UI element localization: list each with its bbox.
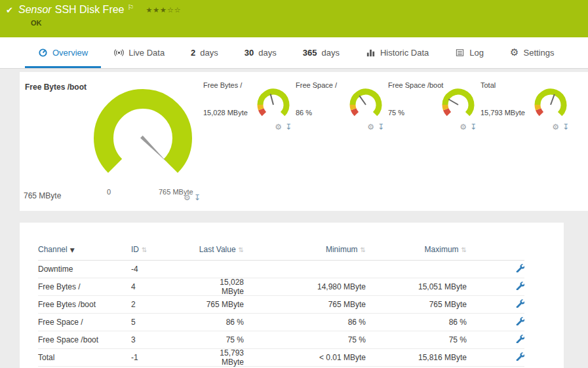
cell-channel: Total (38, 353, 131, 362)
gauge-settings-icon[interactable]: ⚙ (552, 123, 559, 131)
gear-icon: ⚙ (510, 48, 519, 58)
cell-last-value: 15,793 MByte (198, 348, 244, 367)
cell-channel: Downtime (38, 265, 131, 274)
column-header-id[interactable]: ID⇅ (131, 245, 198, 254)
small-gauge: Free Bytes / 15,028 MByte ⚙ ↧ (203, 80, 296, 142)
gauge-title: Free Bytes / (203, 81, 242, 89)
gauge-download-icon[interactable]: ↧ (378, 123, 384, 131)
tab-label: days (321, 48, 339, 58)
gauge-download-icon[interactable]: ↧ (285, 123, 292, 131)
status-badge: OK (31, 19, 42, 27)
gauge-title: Free Space /boot (388, 81, 443, 89)
gauge-dial (440, 86, 477, 123)
cell-minimum: 765 MByte (244, 300, 366, 309)
cell-id: 5 (131, 318, 198, 327)
channel-settings-icon[interactable] (516, 299, 524, 308)
tab-label: Settings (524, 48, 555, 58)
sort-icon: ⇅ (361, 246, 366, 253)
gauge-download-icon[interactable]: ↧ (194, 194, 201, 202)
small-gauge: Total 15,793 MByte ⚙ ↧ (480, 80, 573, 142)
tab-number: 365 (303, 48, 317, 58)
tab-number: 2 (191, 48, 195, 58)
tab-bar: Overview Live Data 2 days 30 days 365 da… (0, 37, 588, 69)
tab-live-data[interactable]: Live Data (101, 37, 178, 68)
channel-settings-icon[interactable] (516, 282, 524, 290)
channel-table-header: Channel▼ ID⇅ Last Value⇅ Minimum⇅ Maximu… (38, 238, 524, 261)
tab-historic-data[interactable]: Historic Data (353, 37, 442, 68)
cell-minimum: < 0.01 MByte (244, 353, 366, 362)
cell-minimum: 86 % (244, 318, 366, 327)
channel-settings-icon[interactable] (516, 352, 524, 361)
gauge-value: 15,028 MByte (203, 109, 248, 117)
bar-chart-icon (366, 48, 376, 58)
gauge-needle (359, 96, 366, 105)
column-header-last-value[interactable]: Last Value⇅ (198, 245, 244, 254)
cell-id: -4 (131, 265, 198, 274)
tab-label: Live Data (128, 48, 165, 58)
tab-label: Log (469, 48, 484, 58)
table-row: Free Space / 5 86 % 86 % 86 % (38, 314, 524, 331)
gauge-download-icon[interactable]: ↧ (562, 123, 569, 131)
flag-icon[interactable]: ⚐ (128, 3, 134, 12)
cell-minimum: 14,980 MByte (244, 282, 366, 291)
gauge-value: 15,793 MByte (480, 109, 525, 117)
column-header-minimum[interactable]: Minimum⇅ (244, 245, 366, 254)
table-row: Free Space /boot 3 75 % 75 % 75 % (38, 331, 524, 349)
cell-id: 4 (131, 282, 198, 291)
cell-id: -1 (131, 353, 198, 362)
gauge-title: Total (480, 81, 496, 89)
table-row: Free Bytes / 4 15,028 MByte 14,980 MByte… (38, 278, 524, 296)
table-row: Free Bytes /boot 2 765 MByte 765 MByte 7… (38, 296, 524, 314)
cell-id: 3 (131, 335, 198, 344)
priority-stars[interactable]: ★★★☆☆ (146, 6, 181, 14)
channel-settings-icon[interactable] (516, 335, 524, 343)
tab-2-days[interactable]: 2 days (178, 37, 231, 68)
gauge-needle (448, 100, 458, 105)
tab-label: days (200, 48, 218, 58)
gauge-settings-icon[interactable]: ⚙ (184, 194, 191, 202)
sort-icon: ⇅ (461, 246, 467, 253)
gauge-settings-icon[interactable]: ⚙ (367, 123, 374, 131)
main-gauge-needle (140, 136, 168, 163)
column-header-channel[interactable]: Channel▼ (38, 245, 131, 254)
gauge-needle (551, 94, 555, 105)
main-gauge-value: 765 MByte (24, 191, 61, 200)
overview-gauge-icon (38, 48, 48, 58)
table-row: Total -1 15,793 MByte < 0.01 MByte 15,81… (38, 349, 524, 367)
main-gauge-title: Free Bytes /boot (25, 83, 87, 92)
tab-label: Historic Data (380, 48, 429, 58)
cell-last-value: 765 MByte (198, 300, 244, 309)
cell-maximum: 86 % (366, 318, 467, 327)
tab-label: Overview (52, 48, 88, 58)
gauge-dial (255, 86, 292, 123)
cell-channel: Free Space / (38, 318, 131, 327)
channel-settings-icon[interactable] (516, 317, 524, 325)
gauge-needle (271, 94, 273, 105)
cell-channel: Free Space /boot (38, 335, 131, 344)
main-gauge-dial (87, 83, 199, 194)
small-gauge: Free Space / 86 % ⚙ ↧ (296, 80, 388, 142)
gauge-value: 75 % (388, 109, 404, 117)
gauge-settings-icon[interactable]: ⚙ (275, 123, 282, 131)
sensor-header: ✔ Sensor SSH Disk Free ⚐ ★★★☆☆ OK (0, 0, 588, 37)
tab-log[interactable]: Log (442, 37, 497, 68)
small-gauge: Free Space /boot 75 % ⚙ ↧ (388, 80, 480, 142)
cell-maximum: 15,051 MByte (366, 282, 467, 291)
tab-365-days[interactable]: 365 days (290, 37, 353, 68)
gauge-download-icon[interactable]: ↧ (470, 123, 477, 131)
tab-overview[interactable]: Overview (25, 37, 101, 68)
sensor-type-label: Sensor (18, 4, 52, 16)
gauge-dial (532, 86, 569, 123)
status-check-icon: ✔ (6, 5, 13, 15)
channel-settings-icon[interactable] (516, 264, 524, 272)
sort-icon: ⇅ (142, 246, 147, 253)
tab-settings[interactable]: ⚙ Settings (497, 37, 567, 68)
column-header-maximum[interactable]: Maximum⇅ (366, 245, 467, 254)
tab-30-days[interactable]: 30 days (231, 37, 290, 68)
gauge-settings-icon[interactable]: ⚙ (460, 123, 467, 131)
cell-last-value: 75 % (198, 335, 244, 344)
cell-minimum: 75 % (244, 335, 366, 344)
small-gauges: Free Bytes / 15,028 MByte ⚙ ↧ Free Space… (203, 80, 573, 142)
cell-maximum: 15,816 MByte (366, 353, 467, 362)
cell-channel: Free Bytes / (38, 282, 131, 291)
